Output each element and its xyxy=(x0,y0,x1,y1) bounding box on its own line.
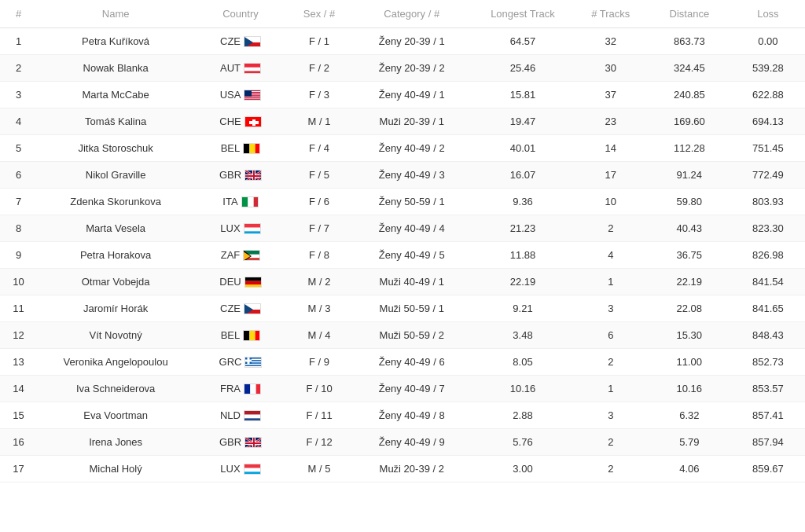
cell-sex: F / 6 xyxy=(287,189,351,215)
cell-country: FRA xyxy=(194,376,287,402)
cell-longest-track: 3.00 xyxy=(472,456,573,482)
cell-name: Jaromír Horák xyxy=(37,295,194,322)
cell-country: DEU xyxy=(194,269,287,295)
cell-distance: 36.75 xyxy=(648,242,731,269)
table-row: 11 Jaromír Horák CZE M / 3 Muži 50-59 / … xyxy=(0,295,805,322)
cell-name: Otmar Vobejda xyxy=(37,269,194,295)
col-header-name: Name xyxy=(37,0,194,28)
cell-rank: 10 xyxy=(0,269,37,295)
cell-longest-track: 2.88 xyxy=(472,402,573,429)
cell-country: BEL xyxy=(194,135,287,162)
cell-distance: 863.73 xyxy=(648,28,731,55)
table-row: 6 Nikol Graville GBR F / 5 Ženy 40-49 / … xyxy=(0,162,805,189)
cell-loss: 857.94 xyxy=(731,429,805,456)
svg-rect-37 xyxy=(244,227,261,231)
cell-tracks: 37 xyxy=(574,82,648,108)
flag-icon xyxy=(244,36,261,47)
col-header-tracks: # Tracks xyxy=(574,0,648,28)
cell-rank: 5 xyxy=(0,135,37,162)
cell-category: Muži 20-39 / 2 xyxy=(351,456,472,482)
cell-rank: 3 xyxy=(0,82,37,108)
cell-country: GBR xyxy=(194,162,287,189)
cell-country: CHE xyxy=(194,108,287,135)
cell-rank: 2 xyxy=(0,55,37,82)
cell-tracks: 10 xyxy=(574,189,648,215)
table-row: 17 Michal Holý LUX M / 5 Muži 20-39 / 2 … xyxy=(0,456,805,482)
cell-tracks: 3 xyxy=(574,295,648,322)
cell-distance: 22.19 xyxy=(648,269,731,295)
flag-icon xyxy=(241,196,259,207)
cell-rank: 16 xyxy=(0,429,37,456)
col-header-rank: # xyxy=(0,0,37,28)
cell-rank: 4 xyxy=(0,108,37,135)
cell-name: Nowak Blanka xyxy=(37,55,194,82)
cell-country: CZE xyxy=(194,28,287,55)
cell-sex: F / 2 xyxy=(287,55,351,82)
svg-rect-76 xyxy=(245,442,262,444)
svg-rect-57 xyxy=(245,363,262,365)
country-code: CZE xyxy=(220,303,241,314)
flag-icon xyxy=(244,357,262,368)
table-row: 12 Vít Novotný BEL M / 4 Muži 50-59 / 2 … xyxy=(0,322,805,349)
cell-distance: 324.45 xyxy=(648,55,731,82)
table-row: 14 Iva Schneiderova FRA F / 10 Ženy 40-4… xyxy=(0,376,805,402)
cell-name: Jitka Storoschuk xyxy=(37,135,194,162)
flag-icon xyxy=(244,63,261,74)
svg-rect-35 xyxy=(253,197,258,207)
cell-longest-track: 3.48 xyxy=(472,322,573,349)
flag-icon xyxy=(244,464,261,475)
svg-rect-62 xyxy=(244,384,250,394)
cell-longest-track: 10.16 xyxy=(472,376,573,402)
cell-country: BEL xyxy=(194,322,287,349)
cell-tracks: 3 xyxy=(574,402,648,429)
cell-name: Michal Holý xyxy=(37,456,194,482)
cell-longest-track: 9.21 xyxy=(472,295,573,322)
cell-longest-track: 25.46 xyxy=(472,55,573,82)
cell-distance: 22.08 xyxy=(648,295,731,322)
cell-sex: M / 3 xyxy=(287,295,351,322)
cell-name: Tomáš Kalina xyxy=(37,108,194,135)
cell-country: ZAF xyxy=(194,242,287,269)
cell-loss: 622.88 xyxy=(731,82,805,108)
cell-sex: M / 4 xyxy=(287,322,351,349)
cell-name: Marta McCabe xyxy=(37,82,194,108)
cell-loss: 823.30 xyxy=(731,215,805,242)
col-header-distance: Distance xyxy=(648,0,731,28)
cell-loss: 853.57 xyxy=(731,376,805,402)
flag-icon xyxy=(244,410,261,421)
cell-name: Marta Vesela xyxy=(37,215,194,242)
svg-rect-4 xyxy=(244,67,261,71)
country-code: ZAF xyxy=(221,249,241,261)
cell-distance: 240.85 xyxy=(648,82,731,108)
cell-loss: 857.41 xyxy=(731,402,805,429)
leaderboard-table-container: # Name Country Sex / # Category / # Long… xyxy=(0,0,805,482)
country-code: FRA xyxy=(220,383,241,394)
cell-distance: 10.16 xyxy=(648,376,731,402)
cell-distance: 112.28 xyxy=(648,135,731,162)
cell-sex: F / 7 xyxy=(287,215,351,242)
cell-name: Nikol Graville xyxy=(37,162,194,189)
cell-country: GBR xyxy=(194,429,287,456)
cell-category: Ženy 40-49 / 5 xyxy=(351,242,472,269)
cell-sex: F / 1 xyxy=(287,28,351,55)
svg-rect-53 xyxy=(255,331,260,341)
svg-rect-65 xyxy=(244,411,261,415)
flag-icon xyxy=(244,116,262,127)
cell-category: Ženy 40-49 / 1 xyxy=(351,82,472,108)
cell-sex: F / 3 xyxy=(287,82,351,108)
country-code: LUX xyxy=(220,463,240,475)
cell-rank: 6 xyxy=(0,162,37,189)
cell-sex: M / 5 xyxy=(287,456,351,482)
svg-rect-12 xyxy=(244,96,261,97)
col-header-category: Category / # xyxy=(351,0,472,28)
cell-loss: 751.45 xyxy=(731,135,805,162)
svg-rect-77 xyxy=(244,464,261,468)
country-code: GBR xyxy=(219,169,241,181)
cell-sex: M / 2 xyxy=(287,269,351,295)
country-code: GRC xyxy=(219,356,242,368)
cell-longest-track: 9.36 xyxy=(472,189,573,215)
cell-tracks: 2 xyxy=(574,349,648,376)
cell-loss: 826.98 xyxy=(731,242,805,269)
cell-category: Ženy 40-49 / 8 xyxy=(351,402,472,429)
cell-tracks: 32 xyxy=(574,28,648,55)
